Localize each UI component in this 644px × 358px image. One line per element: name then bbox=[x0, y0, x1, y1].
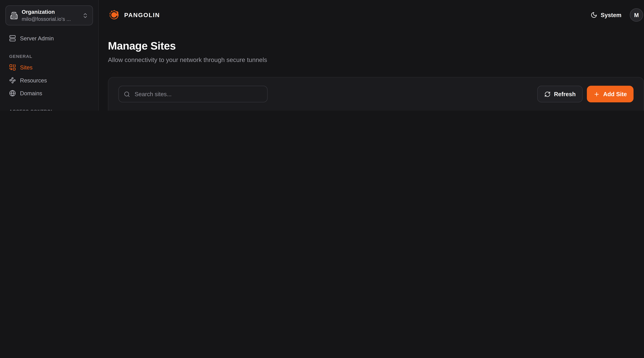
pangolin-logo-icon bbox=[108, 9, 120, 21]
org-selector[interactable]: Organization milo@fossorial.io's ... bbox=[6, 5, 93, 25]
sidebar-item-server-admin[interactable]: Server Admin bbox=[6, 32, 93, 44]
globe-icon bbox=[9, 90, 16, 97]
waypoints-icon bbox=[9, 77, 16, 84]
sidebar-item-label: Server Admin bbox=[20, 35, 54, 41]
user-avatar[interactable]: M bbox=[630, 8, 643, 22]
add-site-button[interactable]: Add Site bbox=[587, 86, 634, 102]
add-site-button-label: Add Site bbox=[603, 91, 627, 97]
org-selector-value: milo@fossorial.io's ... bbox=[22, 16, 78, 22]
server-icon bbox=[9, 35, 16, 42]
org-selector-label: Organization bbox=[22, 9, 78, 15]
search-input[interactable] bbox=[134, 90, 262, 98]
combine-icon bbox=[9, 64, 16, 71]
refresh-button[interactable]: Refresh bbox=[537, 86, 583, 102]
topbar: PANGOLIN System M bbox=[99, 0, 644, 30]
sidebar-nav: Organization milo@fossorial.io's ... Ser… bbox=[0, 0, 98, 111]
page-header: Manage Sites Allow connectivity to your … bbox=[99, 30, 644, 63]
sidebar-item-label: Resources bbox=[20, 77, 47, 83]
building-icon bbox=[10, 11, 18, 19]
chevrons-up-down-icon bbox=[82, 12, 88, 18]
sites-toolbar: Refresh Add Site bbox=[118, 86, 634, 102]
sidebar-section-access-control: ACCESS CONTROL bbox=[9, 109, 93, 111]
sidebar-item-sites[interactable]: Sites bbox=[6, 62, 93, 73]
app: Organization milo@fossorial.io's ... Ser… bbox=[0, 0, 644, 111]
sidebar-item-resources[interactable]: Resources bbox=[6, 74, 93, 86]
refresh-icon bbox=[544, 91, 550, 97]
sidebar-section-general: GENERAL bbox=[9, 54, 93, 59]
search-box bbox=[118, 86, 268, 102]
main-area: PANGOLIN System M Manage Sites Allow con… bbox=[99, 0, 644, 111]
plus-icon bbox=[594, 91, 600, 97]
sidebar-item-label: Sites bbox=[20, 64, 32, 71]
topbar-right: System M bbox=[591, 8, 643, 22]
toolbar-actions: Refresh Add Site bbox=[537, 86, 634, 102]
avatar-initial: M bbox=[634, 12, 639, 18]
table-header-row: Name Online Site Data In Data Out bbox=[118, 106, 634, 111]
sidebar-item-label: Domains bbox=[20, 90, 42, 96]
page-title: Manage Sites bbox=[108, 39, 643, 52]
brand-name: PANGOLIN bbox=[124, 12, 160, 18]
sidebar: Organization milo@fossorial.io's ... Ser… bbox=[0, 0, 99, 111]
sidebar-item-domains[interactable]: Domains bbox=[6, 87, 93, 99]
page-subtitle: Allow connectivity to your network throu… bbox=[108, 56, 643, 63]
moon-icon bbox=[591, 12, 597, 18]
theme-toggle-button[interactable]: System bbox=[591, 12, 622, 18]
refresh-button-label: Refresh bbox=[554, 91, 576, 97]
search-icon bbox=[124, 91, 130, 97]
org-selector-texts: Organization milo@fossorial.io's ... bbox=[22, 9, 78, 22]
theme-toggle-label: System bbox=[601, 12, 622, 18]
sites-card: Refresh Add Site Name Online bbox=[108, 77, 644, 111]
brand-logo-link[interactable]: PANGOLIN bbox=[108, 9, 160, 21]
